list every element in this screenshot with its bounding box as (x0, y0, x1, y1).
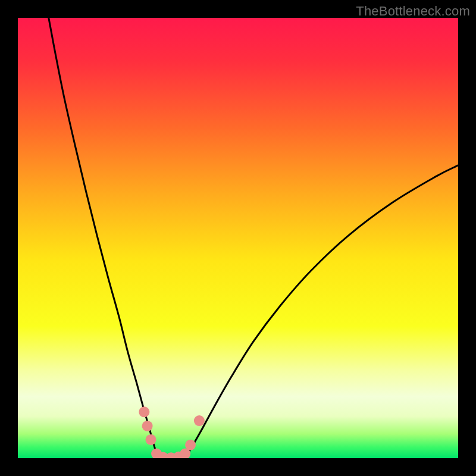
marker-dot (185, 440, 196, 450)
marker-dot (139, 406, 149, 417)
marker-dot (194, 415, 205, 426)
chart-frame: TheBottleneck.com (0, 0, 476, 476)
marker-dot (145, 434, 156, 445)
watermark-text: TheBottleneck.com (356, 4, 470, 19)
marker-dot (142, 421, 153, 431)
chart-svg (18, 18, 458, 458)
gradient-background (18, 18, 458, 458)
plot-area (18, 18, 458, 458)
